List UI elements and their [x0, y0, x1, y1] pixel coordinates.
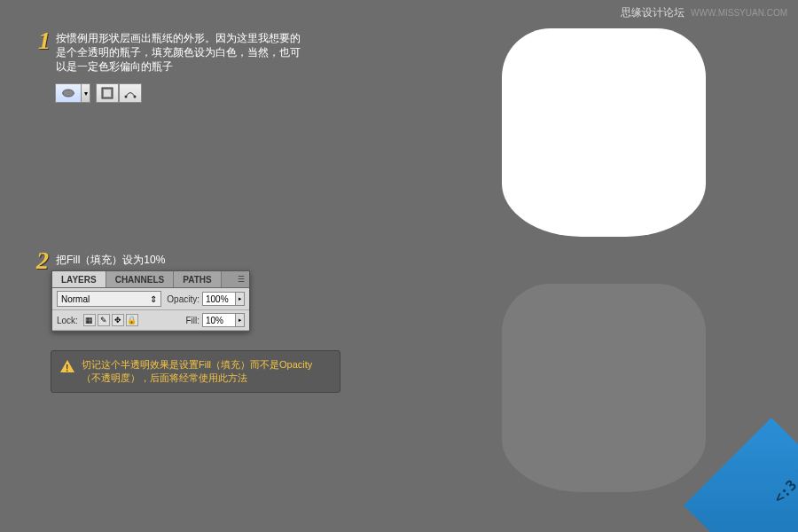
shape-layers-mode-button[interactable]	[96, 83, 119, 103]
blend-opacity-row: Normal ⇕ Opacity: 100% ▸	[52, 288, 249, 310]
fill-flyout-icon[interactable]: ▸	[236, 313, 245, 327]
blend-mode-select[interactable]: Normal ⇕	[57, 291, 161, 307]
bottle-shape-transparent	[502, 284, 706, 492]
svg-rect-2	[104, 90, 111, 97]
panel-tabs: LAYERS CHANNELS PATHS ☰	[52, 271, 249, 288]
svg-point-3	[125, 96, 128, 98]
ribbon-text: <:3 )~	[771, 458, 798, 506]
fill-input[interactable]: 10%	[202, 313, 236, 327]
lock-transparency-icon[interactable]: ▦	[83, 314, 96, 326]
svg-point-4	[134, 96, 137, 98]
opacity-input[interactable]: 100%	[202, 292, 236, 306]
blend-mode-value: Normal	[61, 294, 90, 304]
lock-label: Lock:	[57, 316, 78, 325]
step-1-number: 1	[38, 27, 51, 55]
shape-tool-options: ▾	[55, 83, 142, 103]
tab-paths[interactable]: PATHS	[174, 271, 221, 287]
lock-pixels-icon[interactable]: ✎	[98, 314, 110, 326]
lock-position-icon[interactable]: ✥	[112, 314, 124, 326]
fill-label: Fill:	[185, 316, 200, 325]
paths-mode-button[interactable]	[119, 83, 142, 103]
ellipse-tool-button[interactable]	[55, 83, 82, 103]
warning-callout: 切记这个半透明效果是设置Fill（填充）而不是Opacity（不透明度），后面将…	[51, 350, 340, 393]
watermark-cn: 思缘设计论坛	[621, 6, 685, 19]
svg-point-0	[63, 90, 74, 97]
step-1-text: 按惯例用形状层画出瓶纸的外形。因为这里我想要的是个全透明的瓶子，填充颜色设为白色…	[56, 31, 304, 74]
layers-panel: LAYERS CHANNELS PATHS ☰ Normal ⇕ Opacity…	[51, 270, 250, 332]
lock-fill-row: Lock: ▦ ✎ ✥ 🔒 Fill: 10% ▸	[52, 310, 249, 331]
opacity-flyout-icon[interactable]: ▸	[236, 292, 245, 306]
tab-channels[interactable]: CHANNELS	[106, 271, 175, 287]
watermark: 思缘设计论坛 WWW.MISSYUAN.COM	[621, 5, 787, 20]
warning-text: 切记这个半透明效果是设置Fill（填充）而不是Opacity（不透明度），后面将…	[82, 358, 331, 385]
step-2-text: 把Fill（填充）设为10%	[56, 253, 165, 267]
shape-dropdown-icon[interactable]: ▾	[82, 83, 90, 103]
panel-menu-icon[interactable]: ☰	[233, 271, 249, 287]
chevron-updown-icon: ⇕	[150, 294, 157, 304]
step-2-number: 2	[36, 246, 49, 275]
bottle-shape-opaque	[502, 28, 706, 237]
watermark-en: WWW.MISSYUAN.COM	[691, 8, 787, 18]
tab-layers[interactable]: LAYERS	[52, 271, 106, 287]
opacity-label: Opacity:	[167, 294, 200, 304]
warning-icon	[60, 360, 74, 372]
lock-all-icon[interactable]: 🔒	[126, 314, 138, 326]
